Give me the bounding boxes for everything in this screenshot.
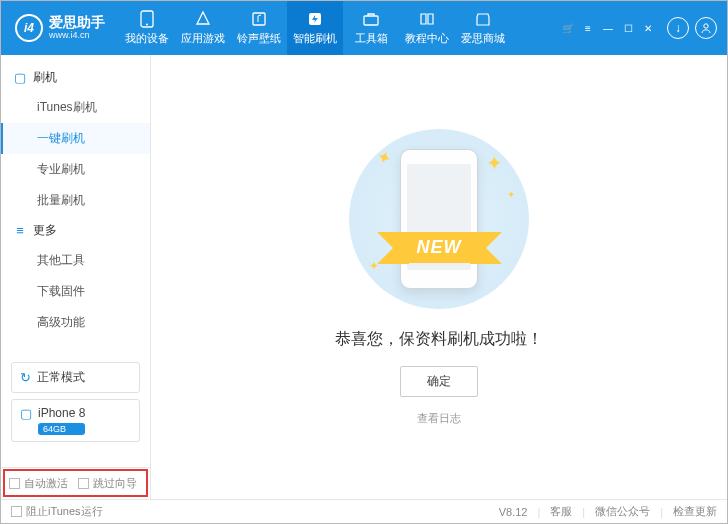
svg-point-1: [146, 24, 148, 26]
sidebar-item-pro-flash[interactable]: 专业刷机: [1, 154, 150, 185]
sidebar-group-flash[interactable]: ▢ 刷机: [1, 63, 150, 92]
checkbox-icon: [11, 506, 22, 517]
brand[interactable]: i4 爱思助手 www.i4.cn: [15, 14, 105, 42]
phone-icon: [138, 10, 156, 28]
tab-store[interactable]: 爱思商城: [455, 1, 511, 55]
sparkle-icon: ✦: [507, 189, 515, 200]
phone-outline-icon: ▢: [13, 70, 27, 85]
sidebar-group-more[interactable]: ≡ 更多: [1, 216, 150, 245]
storage-badge: 64GB: [38, 423, 85, 435]
refresh-icon: ↻: [20, 370, 31, 385]
window-controls: 🛒 ≡ ― ☐ ✕: [561, 23, 655, 34]
sidebar-item-oneclick-flash[interactable]: 一键刷机: [1, 123, 150, 154]
device-icon: ▢: [20, 406, 32, 421]
checkbox-icon: [9, 478, 20, 489]
phone-illustration-icon: [400, 149, 478, 289]
version-label: V8.12: [499, 506, 528, 518]
sidebar-item-other-tools[interactable]: 其他工具: [1, 245, 150, 276]
apps-icon: [194, 10, 212, 28]
view-log-link[interactable]: 查看日志: [417, 411, 461, 426]
device-name: iPhone 8: [38, 406, 85, 420]
new-ribbon: NEW: [349, 232, 529, 263]
music-icon: [250, 10, 268, 28]
ok-button[interactable]: 确定: [400, 366, 478, 397]
sidebar-item-download-fw[interactable]: 下载固件: [1, 276, 150, 307]
maximize-icon[interactable]: ☐: [621, 23, 635, 34]
svg-rect-2: [253, 13, 265, 25]
tab-flash[interactable]: 智能刷机: [287, 1, 343, 55]
header-right: 🛒 ≡ ― ☐ ✕ ↓: [561, 17, 717, 39]
svg-point-5: [704, 24, 708, 28]
book-icon: [418, 10, 436, 28]
footer-link-support[interactable]: 客服: [550, 504, 572, 519]
brand-subtitle: www.i4.cn: [49, 31, 105, 41]
sidebar-item-advanced[interactable]: 高级功能: [1, 307, 150, 338]
tab-toolbox[interactable]: 工具箱: [343, 1, 399, 55]
check-skip-guide[interactable]: 跳过向导: [78, 476, 137, 491]
svg-rect-4: [364, 16, 378, 25]
check-auto-activate[interactable]: 自动激活: [9, 476, 68, 491]
flash-icon: [306, 10, 324, 28]
brand-logo-icon: i4: [15, 14, 43, 42]
mode-box[interactable]: ↻ 正常模式: [11, 362, 140, 393]
sidebar-item-batch-flash[interactable]: 批量刷机: [1, 185, 150, 216]
checkbox-icon: [78, 478, 89, 489]
success-message: 恭喜您，保资料刷机成功啦！: [335, 329, 543, 350]
sidebar-item-itunes-flash[interactable]: iTunes刷机: [1, 92, 150, 123]
success-illustration: ✦ ✦ ✦ ✦ NEW: [349, 129, 529, 309]
list-icon: ≡: [13, 223, 27, 238]
tab-my-device[interactable]: 我的设备: [119, 1, 175, 55]
footer: 阻止iTunes运行 V8.12 | 客服 | 微信公众号 | 检查更新: [1, 499, 727, 523]
tab-apps[interactable]: 应用游戏: [175, 1, 231, 55]
user-button[interactable]: [695, 17, 717, 39]
top-tabs: 我的设备 应用游戏 铃声壁纸 智能刷机 工具箱 教程中心: [119, 1, 511, 55]
shop-icon: [474, 10, 492, 28]
minimize-icon[interactable]: ―: [601, 23, 615, 34]
check-block-itunes[interactable]: 阻止iTunes运行: [11, 504, 103, 519]
sidebar: ▢ 刷机 iTunes刷机 一键刷机 专业刷机 批量刷机 ≡ 更多 其他工具 下…: [1, 55, 151, 499]
download-button[interactable]: ↓: [667, 17, 689, 39]
tab-ringtones[interactable]: 铃声壁纸: [231, 1, 287, 55]
app-header: i4 爱思助手 www.i4.cn 我的设备 应用游戏 铃声壁纸 智能刷机: [1, 1, 727, 55]
toolbox-icon: [362, 10, 380, 28]
bottom-checks: 自动激活 跳过向导: [1, 467, 150, 499]
tab-tutorials[interactable]: 教程中心: [399, 1, 455, 55]
footer-link-wechat[interactable]: 微信公众号: [595, 504, 650, 519]
sparkle-icon: ✦: [374, 145, 396, 171]
close-icon[interactable]: ✕: [641, 23, 655, 34]
menu-icon[interactable]: ≡: [581, 23, 595, 34]
device-box[interactable]: ▢ iPhone 8 64GB: [11, 399, 140, 442]
sparkle-icon: ✦: [486, 151, 503, 175]
main-content: ✦ ✦ ✦ ✦ NEW 恭喜您，保资料刷机成功啦！ 确定 查看日志: [151, 55, 727, 499]
cart-icon[interactable]: 🛒: [561, 23, 575, 34]
brand-title: 爱思助手: [49, 15, 105, 30]
footer-link-update[interactable]: 检查更新: [673, 504, 717, 519]
